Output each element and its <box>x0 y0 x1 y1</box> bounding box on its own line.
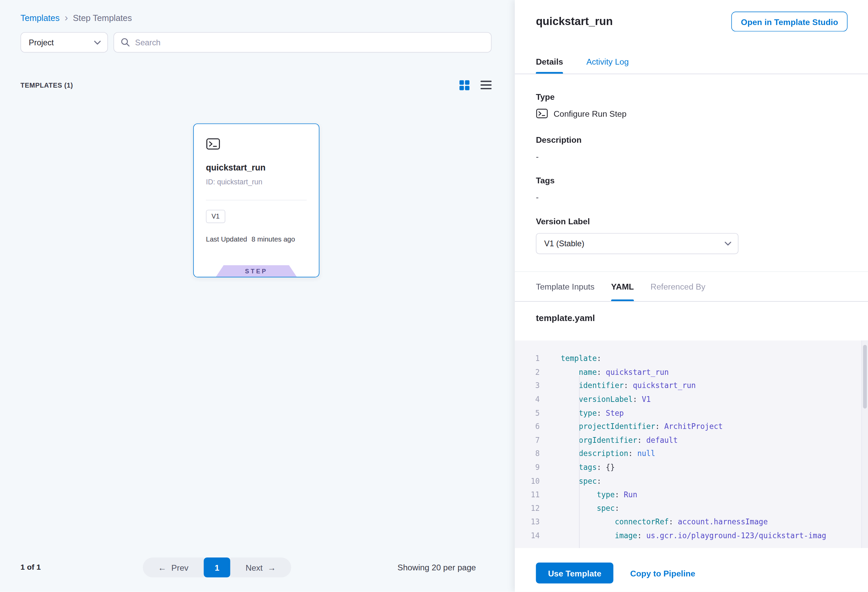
version-select-value: V1 (Stable) <box>544 239 585 248</box>
tags-label: Tags <box>536 176 554 185</box>
yaml-line: 4 versionLabel: V1 <box>515 393 868 406</box>
yaml-line: 13 connectorRef: account.harnessImage <box>515 515 868 529</box>
tab-activity-log[interactable]: Activity Log <box>586 50 629 74</box>
pager: ← Prev 1 Next → <box>143 558 291 577</box>
template-card[interactable]: quickstart_run ID: quickstart_run V1 Las… <box>193 124 319 278</box>
yaml-line: 5 type: Step <box>515 406 868 419</box>
yaml-line: 2 name: quickstart_run <box>515 365 868 378</box>
tab-template-inputs[interactable]: Template Inputs <box>536 272 594 301</box>
arrow-right-icon: → <box>267 563 276 572</box>
breadcrumb-current: Step Templates <box>73 13 131 23</box>
last-updated-row: Last Updated 8 minutes ago <box>206 235 295 243</box>
yaml-file-name: template.yaml <box>536 313 595 323</box>
breadcrumb-separator-icon: › <box>65 13 68 23</box>
scope-dropdown[interactable]: Project <box>21 32 108 53</box>
yaml-line: 3 identifier: quickstart_run <box>515 379 868 393</box>
step-type-badge: STEP <box>216 265 297 277</box>
last-updated-value: 8 minutes ago <box>252 235 295 243</box>
list-view-icon[interactable] <box>480 79 492 91</box>
per-page-summary: Showing 20 per page <box>397 562 476 572</box>
run-step-terminal-icon <box>206 137 221 151</box>
tab-yaml[interactable]: YAML <box>611 272 634 301</box>
panel-actions: Use Template Copy to Pipeline <box>536 562 695 583</box>
breadcrumb-templates-link[interactable]: Templates <box>21 13 60 23</box>
tab-details[interactable]: Details <box>536 50 563 74</box>
details-tabs: Details Activity Log <box>515 50 868 74</box>
yaml-editor: 1template:2 name: quickstart_run3 identi… <box>515 340 868 548</box>
yaml-line: 11 type: Run <box>515 488 868 501</box>
arrow-left-icon: ← <box>158 563 167 572</box>
chevron-down-icon <box>94 40 101 45</box>
prev-page-button[interactable]: ← Prev <box>143 558 204 577</box>
yaml-line: 7 orgIdentifier: default <box>515 433 868 447</box>
yaml-line: 1template: <box>515 351 868 365</box>
editor-scrollbar <box>861 340 868 548</box>
next-page-button[interactable]: Next → <box>230 558 291 577</box>
type-value-row: Configure Run Step <box>536 107 626 120</box>
current-page-button[interactable]: 1 <box>204 558 230 577</box>
open-template-studio-button[interactable]: Open in Template Studio <box>732 12 848 31</box>
template-details-panel: quickstart_run Open in Template Studio D… <box>515 0 868 592</box>
description-value: - <box>536 152 539 161</box>
content-tabs: Template Inputs YAML Referenced By <box>515 271 868 302</box>
type-label: Type <box>536 92 554 102</box>
prev-label: Prev <box>171 563 188 572</box>
search-icon <box>121 38 130 47</box>
yaml-lines: 1template:2 name: quickstart_run3 identi… <box>515 351 868 542</box>
yaml-line: 12 spec: <box>515 501 868 515</box>
run-step-terminal-icon <box>536 107 548 120</box>
next-label: Next <box>246 563 263 572</box>
yaml-line: 14 image: us.gcr.io/playground-123/quick… <box>515 529 868 542</box>
use-template-button[interactable]: Use Template <box>536 562 614 583</box>
description-label: Description <box>536 135 582 145</box>
page-summary: 1 of 1 <box>21 562 41 571</box>
template-card-title: quickstart_run <box>206 163 266 173</box>
editor-scrollbar-thumb[interactable] <box>863 345 867 409</box>
template-card-id: ID: quickstart_run <box>206 178 263 186</box>
yaml-line: 8 description: null <box>515 447 868 461</box>
panel-title: quickstart_run <box>536 15 613 28</box>
grid-view-icon[interactable] <box>458 79 470 91</box>
tab-referenced-by[interactable]: Referenced By <box>651 272 705 301</box>
indent-guide <box>579 376 580 548</box>
yaml-line: 6 projectIdentifier: ArchitProject <box>515 419 868 433</box>
chevron-down-icon <box>725 242 731 246</box>
app-root: Templates › Step Templates Project TEMPL… <box>0 0 868 592</box>
search-input[interactable] <box>135 38 484 47</box>
version-select[interactable]: V1 (Stable) <box>536 233 738 254</box>
version-chip: V1 <box>206 210 225 223</box>
copy-to-pipeline-link[interactable]: Copy to Pipeline <box>630 568 695 578</box>
yaml-line: 10 spec: <box>515 474 868 487</box>
view-toggle <box>458 79 492 91</box>
tags-value: - <box>536 192 539 202</box>
type-value: Configure Run Step <box>554 109 627 118</box>
card-divider <box>206 200 307 201</box>
version-label: Version Label <box>536 217 590 226</box>
scope-dropdown-label: Project <box>29 38 54 47</box>
yaml-line: 9 tags: {} <box>515 461 868 474</box>
templates-list-panel: Templates › Step Templates Project TEMPL… <box>0 0 515 592</box>
breadcrumb: Templates › Step Templates <box>21 13 132 23</box>
search-box <box>113 32 492 53</box>
templates-count-header: TEMPLATES (1) <box>21 81 73 89</box>
last-updated-label: Last Updated <box>206 235 247 243</box>
